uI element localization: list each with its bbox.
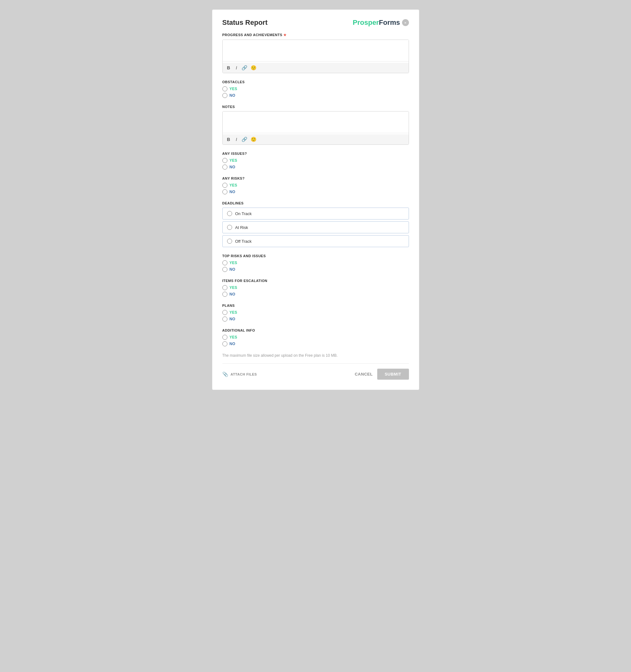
top-risks-yes-radio[interactable] (223, 260, 227, 265)
notes-section: NOTES B I 🔗 🙂 (223, 105, 409, 145)
additional-info-section: ADDITIONAL INFO YES NO (223, 329, 409, 346)
obstacles-section: OBSTACLES YES NO (223, 80, 409, 98)
required-star: ★ (283, 33, 287, 37)
deadline-off-track-label: Off Track (235, 239, 252, 244)
deadline-at-risk-option[interactable]: At Risk (223, 221, 409, 233)
cancel-button[interactable]: CANCEL (355, 372, 373, 377)
top-risks-no-option[interactable]: NO (223, 267, 409, 272)
top-risks-yes-label: YES (230, 261, 237, 265)
top-risks-yes-option[interactable]: YES (223, 260, 409, 265)
escalation-no-option[interactable]: NO (223, 292, 409, 297)
top-risks-section: TOP RISKS AND ISSUES YES NO (223, 254, 409, 272)
additional-info-yes-option[interactable]: YES (223, 335, 409, 340)
any-risks-no-option[interactable]: NO (223, 189, 409, 194)
additional-info-no-label: NO (230, 342, 236, 346)
any-issues-label: ANY ISSUES? (223, 152, 409, 155)
deadline-on-track-option[interactable]: On Track (223, 208, 409, 219)
obstacles-yes-option[interactable]: YES (223, 86, 409, 91)
obstacles-no-option[interactable]: NO (223, 93, 409, 98)
escalation-section: ITEMS FOR ESCALATION YES NO (223, 279, 409, 297)
additional-info-yes-radio[interactable] (223, 335, 227, 340)
deadlines-options: On Track At Risk Off Track (223, 208, 409, 247)
deadline-at-risk-radio[interactable] (227, 225, 232, 230)
attach-files-button[interactable]: 📎 ATTACH FILES (223, 371, 257, 377)
any-issues-radio-group: YES NO (223, 158, 409, 170)
additional-info-label: ADDITIONAL INFO (223, 329, 409, 332)
notes-link-icon[interactable]: 🔗 (241, 137, 248, 142)
progress-italic-btn[interactable]: I (235, 65, 238, 71)
any-issues-yes-label: YES (230, 158, 237, 163)
deadline-off-track-option[interactable]: Off Track (223, 235, 409, 247)
additional-info-no-radio[interactable] (223, 341, 227, 346)
submit-button[interactable]: SUBMIT (377, 369, 409, 380)
any-issues-yes-option[interactable]: YES (223, 158, 409, 163)
attach-label: ATTACH FILES (231, 373, 257, 376)
header: Status Report ProsperForms × (223, 19, 409, 27)
any-risks-yes-option[interactable]: YES (223, 183, 409, 188)
brand-prosper: Prosper (353, 19, 379, 27)
notes-italic-btn[interactable]: I (235, 136, 238, 143)
brand-area: ProsperForms × (353, 19, 408, 27)
top-risks-label: TOP RISKS AND ISSUES (223, 254, 409, 258)
plans-no-radio[interactable] (223, 316, 227, 321)
escalation-yes-label: YES (230, 285, 237, 290)
any-risks-yes-label: YES (230, 183, 237, 188)
progress-emoji-icon[interactable]: 🙂 (251, 65, 257, 71)
obstacles-yes-radio[interactable] (223, 86, 227, 91)
escalation-no-label: NO (230, 292, 236, 296)
deadline-at-risk-label: At Risk (235, 225, 248, 230)
any-issues-no-label: NO (230, 165, 236, 169)
obstacles-label: OBSTACLES (223, 80, 409, 84)
any-risks-no-radio[interactable] (223, 189, 227, 194)
any-risks-radio-group: YES NO (223, 183, 409, 194)
top-risks-no-label: NO (230, 267, 236, 272)
plans-radio-group: YES NO (223, 310, 409, 321)
escalation-yes-option[interactable]: YES (223, 285, 409, 290)
obstacles-yes-label: YES (230, 87, 237, 91)
top-risks-no-radio[interactable] (223, 267, 227, 272)
escalation-radio-group: YES NO (223, 285, 409, 297)
obstacles-no-radio[interactable] (223, 93, 227, 98)
form-footer: 📎 ATTACH FILES CANCEL SUBMIT (223, 363, 409, 380)
escalation-label: ITEMS FOR ESCALATION (223, 279, 409, 283)
progress-section: PROGRESS AND ACHIEVEMENTS★ B I 🔗 🙂 (223, 33, 409, 73)
deadline-on-track-radio[interactable] (227, 211, 232, 216)
any-issues-no-radio[interactable] (223, 165, 227, 170)
any-issues-no-option[interactable]: NO (223, 165, 409, 170)
any-issues-yes-radio[interactable] (223, 158, 227, 163)
progress-link-icon[interactable]: 🔗 (241, 65, 248, 71)
escalation-yes-radio[interactable] (223, 285, 227, 290)
escalation-no-radio[interactable] (223, 292, 227, 297)
any-issues-section: ANY ISSUES? YES NO (223, 152, 409, 170)
any-risks-no-label: NO (230, 190, 236, 194)
any-risks-yes-radio[interactable] (223, 183, 227, 188)
footer-right: CANCEL SUBMIT (355, 369, 408, 380)
form-container: Status Report ProsperForms × PROGRESS AN… (212, 9, 419, 390)
plans-yes-label: YES (230, 310, 237, 315)
progress-label: PROGRESS AND ACHIEVEMENTS★ (223, 33, 409, 37)
plans-no-label: NO (230, 317, 236, 321)
progress-textarea[interactable] (223, 40, 408, 62)
notes-toolbar: B I 🔗 🙂 (223, 135, 408, 144)
plans-label: PLANS (223, 304, 409, 307)
notes-editor: B I 🔗 🙂 (223, 111, 409, 145)
plans-no-option[interactable]: NO (223, 316, 409, 321)
progress-bold-btn[interactable]: B (226, 65, 232, 71)
form-title-block: Status Report (223, 19, 267, 27)
close-button[interactable]: × (402, 19, 409, 26)
obstacles-no-label: NO (230, 93, 236, 98)
notes-emoji-icon[interactable]: 🙂 (251, 137, 257, 142)
deadline-off-track-radio[interactable] (227, 239, 232, 244)
brand-logo: ProsperForms (353, 19, 400, 27)
notes-bold-btn[interactable]: B (226, 136, 232, 143)
notes-textarea[interactable] (223, 112, 408, 133)
additional-info-no-option[interactable]: NO (223, 341, 409, 346)
top-risks-radio-group: YES NO (223, 260, 409, 272)
progress-editor: B I 🔗 🙂 (223, 40, 409, 73)
plans-yes-option[interactable]: YES (223, 310, 409, 315)
additional-info-radio-group: YES NO (223, 335, 409, 346)
plans-section: PLANS YES NO (223, 304, 409, 321)
deadlines-section: DEADLINES On Track At Risk Off Track (223, 201, 409, 247)
file-info: The maximum file size allowed per upload… (223, 353, 409, 358)
plans-yes-radio[interactable] (223, 310, 227, 315)
